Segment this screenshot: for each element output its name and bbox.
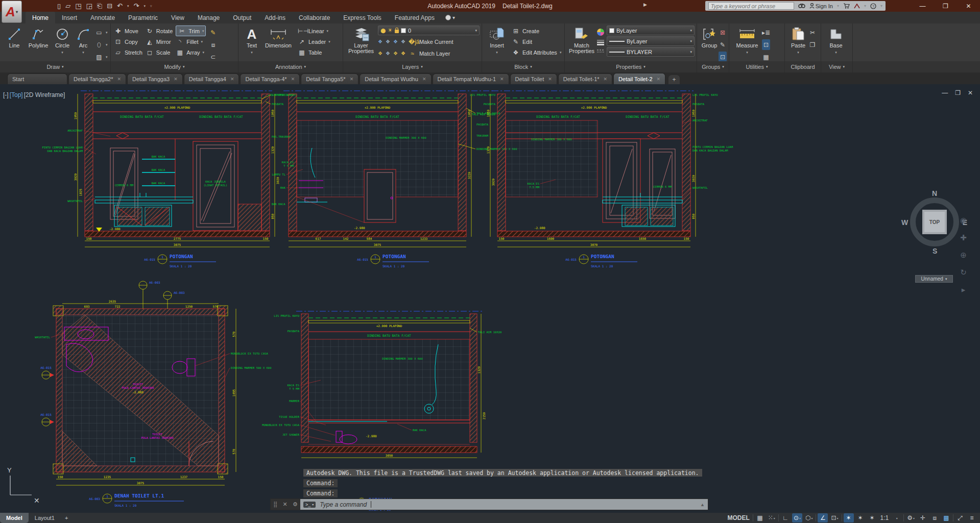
tab-addins[interactable]: Add-ins: [258, 12, 292, 23]
mirror-button[interactable]: ◭Mirror: [146, 36, 173, 47]
close-icon[interactable]: ✕: [174, 77, 178, 82]
annotation-monitor-icon[interactable]: ✛: [918, 513, 928, 522]
copy-clip-icon[interactable]: ❐: [808, 39, 817, 50]
search-input[interactable]: [708, 2, 794, 10]
line-button[interactable]: Line: [3, 26, 26, 48]
zoom-icon[interactable]: ⊕: [960, 251, 967, 260]
rectangle-button[interactable]: ▭▾: [95, 27, 108, 38]
undo-icon[interactable]: ↶: [117, 2, 123, 10]
save-as-icon[interactable]: ◲: [86, 2, 92, 10]
viewport-menu-control[interactable]: [-]: [3, 91, 9, 98]
explode-button[interactable]: ⧈: [209, 39, 217, 50]
tab-home[interactable]: Home: [26, 12, 55, 23]
match-layer-button[interactable]: ≈Match Layer: [409, 48, 450, 59]
minimize-button[interactable]: —: [911, 0, 934, 12]
qat-customize-icon[interactable]: ▿: [150, 4, 152, 8]
showmotion-icon[interactable]: ▸: [962, 285, 966, 294]
infocenter-collapse-icon[interactable]: ▶: [643, 2, 647, 7]
measure-dropdown-icon[interactable]: ▾: [746, 49, 748, 55]
erase-button[interactable]: ✎: [209, 27, 217, 38]
model-tab[interactable]: Model: [0, 513, 29, 523]
hatch-button[interactable]: ▨▾: [95, 52, 108, 62]
drawing-potongan-3[interactable]: 150 1600 1650 150 3070 1050 1320 3020 10…: [474, 88, 704, 277]
workspace-switching-icon[interactable]: ⚙▾: [905, 513, 916, 522]
autodesk-logo-icon[interactable]: [854, 4, 860, 9]
rotate-button[interactable]: ↻Rotate: [146, 26, 173, 36]
stretch-button[interactable]: ▱Stretch: [114, 47, 142, 58]
view-name-chip[interactable]: Unnamed▾: [915, 275, 953, 283]
circle-dropdown-icon[interactable]: ▾: [61, 49, 63, 55]
ribbon-options-icon[interactable]: ▾: [445, 12, 455, 23]
close-icon[interactable]: ✕: [500, 77, 504, 82]
ellipse-button[interactable]: ⬯▾: [95, 39, 108, 50]
viewcube-west[interactable]: W: [901, 218, 908, 227]
circle-button[interactable]: Circle▾: [51, 26, 74, 55]
tab-parametric[interactable]: Parametric: [122, 12, 164, 23]
layer-isolate-icon[interactable]: ❖: [386, 39, 390, 44]
panel-label-modify[interactable]: Modify▾: [111, 61, 238, 72]
fillet-button[interactable]: ◝Fillet▾: [176, 36, 206, 47]
panel-label-utilities[interactable]: Utilities▾: [729, 61, 785, 72]
tab-output[interactable]: Output: [226, 12, 258, 23]
file-tab[interactable]: Detail Toilet-1*✕: [558, 73, 612, 84]
new-layout-button[interactable]: +: [61, 513, 72, 523]
match-properties-button[interactable]: Match Properties: [568, 26, 595, 54]
close-icon[interactable]: ✕: [604, 77, 608, 82]
mobile-icon[interactable]: ⎗: [97, 2, 102, 10]
panel-label-clipboard[interactable]: Clipboard: [785, 61, 821, 72]
close-icon[interactable]: ✕: [548, 77, 552, 82]
linetype-icon[interactable]: [596, 48, 605, 56]
quick-properties-icon[interactable]: ⧈: [929, 513, 940, 522]
model-space-toggle[interactable]: MODEL: [726, 513, 751, 522]
clean-screen-icon[interactable]: ⤢: [955, 513, 965, 522]
annotation-visibility-toggle[interactable]: ✶: [844, 513, 854, 522]
leader-button[interactable]: ↗Leader▾: [298, 36, 330, 47]
file-tab[interactable]: Detail Tangga3✕: [127, 73, 183, 84]
layer-properties-button[interactable]: Layer Properties: [346, 26, 376, 54]
file-tab[interactable]: Detail Tempat Wudhu✕: [360, 73, 431, 84]
group-button[interactable]: Group: [700, 26, 719, 48]
tab-featured-apps[interactable]: Featured Apps: [388, 12, 441, 23]
panel-label-layers[interactable]: Layers▾: [343, 61, 482, 72]
file-tab[interactable]: Detail Tangga4✕: [184, 73, 240, 84]
undo-dropdown-icon[interactable]: ▾: [127, 4, 129, 8]
copy-button[interactable]: ⊡Copy: [114, 36, 142, 47]
grid-display-toggle[interactable]: ▦: [755, 513, 765, 522]
graphics-performance-icon[interactable]: ▩: [941, 513, 951, 522]
file-tab[interactable]: Detail Tangga2*✕: [68, 73, 126, 84]
color-wheel-icon[interactable]: [596, 28, 605, 38]
scale-button[interactable]: ◻Scale: [146, 47, 173, 58]
command-prompt-icon[interactable]: >_▾: [303, 502, 316, 508]
object-snap-tracking-toggle[interactable]: ∠: [818, 513, 828, 522]
file-tab[interactable]: Detail Tempat Wudhu-1✕: [433, 73, 509, 84]
save-icon[interactable]: ◳: [75, 2, 81, 10]
plot-icon[interactable]: ⊟: [107, 2, 112, 10]
base-button[interactable]: Base▾: [824, 26, 848, 55]
panel-label-annotation[interactable]: Annotation▾: [238, 61, 343, 72]
layer-off-icon[interactable]: ❖: [393, 39, 398, 44]
app-store-cart-icon[interactable]: [843, 3, 850, 9]
panel-label-properties[interactable]: Properties▾: [565, 61, 697, 72]
group-selection-toggle[interactable]: ⊡: [719, 52, 727, 62]
file-tab-active[interactable]: Detail Toilet-2✕: [613, 73, 665, 84]
file-tab[interactable]: Detail Tangga5*✕: [301, 73, 358, 84]
isometric-drafting-toggle[interactable]: ⬡▾: [804, 513, 815, 522]
tab-annotate[interactable]: Annotate: [84, 12, 122, 23]
customization-icon[interactable]: ≡: [967, 513, 977, 522]
object-snap-toggle[interactable]: ⊡▾: [829, 513, 840, 522]
viewport-visual-style-control[interactable]: [2D Wireframe]: [24, 91, 65, 98]
file-tab-start[interactable]: Start: [7, 73, 67, 84]
tab-insert[interactable]: Insert: [55, 12, 84, 23]
edit-attributes-button[interactable]: ❖Edit Attributes▾: [512, 47, 561, 58]
close-icon[interactable]: ✕: [657, 77, 661, 82]
autoscale-toggle[interactable]: ✶: [855, 513, 866, 522]
text-button[interactable]: A Text▾: [242, 26, 262, 55]
block-edit-button[interactable]: ✎Edit: [512, 36, 561, 47]
make-current-button[interactable]: �jáMake Current: [409, 36, 453, 47]
lineweight-icon[interactable]: [596, 39, 605, 47]
drawing-potongan-1[interactable]: 150 2775 150 3075 1050 3020 1825 1050 13…: [65, 88, 285, 277]
file-tab[interactable]: Detail Toilet✕: [510, 73, 557, 84]
paste-dropdown-icon[interactable]: ▾: [797, 49, 799, 55]
drawing-denah-toilet[interactable]: A6-015 A6-015 A6-003 A6-003 2635 693 722…: [36, 278, 276, 513]
tab-express-tools[interactable]: Express Tools: [337, 12, 388, 23]
